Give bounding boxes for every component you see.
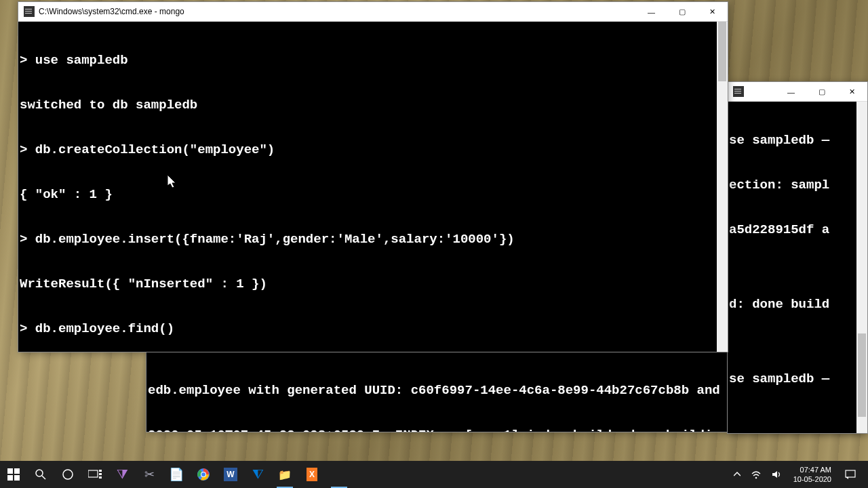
svg-point-16 <box>755 477 757 479</box>
svg-rect-3 <box>14 475 20 481</box>
taskbar-app-word[interactable]: W <box>217 461 244 488</box>
system-tray[interactable]: 07:47 AM 10-05-2020 <box>728 461 868 488</box>
minimize-button[interactable]: — <box>636 2 667 22</box>
terminal-line: switched to db sampledb <box>20 98 728 113</box>
main-window-title: C:\Windows\system32\cmd.exe - mongo <box>39 7 636 16</box>
svg-rect-10 <box>99 476 102 479</box>
taskbar-app-notepad[interactable]: 📄 <box>163 461 190 488</box>
close-button[interactable]: ✕ <box>837 82 867 102</box>
scrollbar[interactable] <box>717 22 728 352</box>
visualstudio-icon: ⧩ <box>117 467 128 483</box>
terminal-line: WriteResult({ "nInserted" : 1 }) <box>20 277 728 291</box>
secondary-terminal-body[interactable]: se sampledb — ection: sampl a5d228915df … <box>728 102 867 433</box>
taskbar-app-visualstudio[interactable]: ⧩ <box>108 461 136 488</box>
maximize-button[interactable]: ▢ <box>806 82 837 102</box>
terminal-line: > db.employee.find() <box>20 321 728 336</box>
clock-date: 10-05-2020 <box>793 474 831 484</box>
task-view-icon <box>88 470 102 479</box>
secondary-window-titlebar[interactable]: — ▢ ✕ <box>728 82 867 102</box>
cmd-icon <box>24 6 35 17</box>
terminal-line: se sampledb — <box>729 371 867 386</box>
task-view-button[interactable] <box>81 461 108 488</box>
scrollbar-thumb[interactable] <box>858 333 866 416</box>
terminal-line: d: done build <box>729 297 867 312</box>
notification-icon <box>845 469 856 480</box>
terminal-line: se sampledb — <box>729 133 867 148</box>
xampp-icon: X <box>307 468 317 481</box>
wifi-icon <box>751 470 761 479</box>
main-terminal-window[interactable]: C:\Windows\system32\cmd.exe - mongo — ▢ … <box>18 1 728 352</box>
svg-rect-1 <box>14 468 20 474</box>
svg-point-4 <box>36 470 43 476</box>
svg-rect-2 <box>7 475 13 481</box>
taskbar-app-cmd[interactable] <box>326 461 353 488</box>
desktop: — ▢ ✕ se sampledb — ection: sampl a5d228… <box>0 0 868 488</box>
taskbar-app-explorer[interactable]: 📁 <box>271 461 298 488</box>
secondary-terminal-window[interactable]: — ▢ ✕ se sampledb — ection: sampl a5d228… <box>727 81 868 434</box>
windows-logo-icon <box>7 468 20 481</box>
terminal-line: > db.employee.insert({fname:'Raj',gender… <box>20 232 728 247</box>
minimize-button[interactable]: — <box>776 82 806 102</box>
taskbar-app-snipping[interactable]: ✂ <box>136 461 163 488</box>
svg-rect-7 <box>88 470 98 477</box>
terminal-line: ection: sampl <box>729 178 867 192</box>
tray-volume[interactable] <box>766 461 787 488</box>
main-window-controls: — ▢ ✕ <box>636 2 728 21</box>
taskbar-app-xampp[interactable]: X <box>298 461 326 488</box>
maximize-button[interactable]: ▢ <box>667 2 697 22</box>
terminal-line: { "ok" : 1 } <box>20 187 728 202</box>
cmd-icon <box>733 86 744 97</box>
main-terminal-body[interactable]: > use sampledb switched to db sampledb >… <box>18 22 728 352</box>
chevron-up-icon <box>734 471 741 478</box>
scrollbar[interactable] <box>856 102 867 433</box>
scrollbar-thumb[interactable] <box>718 22 726 81</box>
notepad-icon: 📄 <box>169 467 184 482</box>
taskbar-clock[interactable]: 07:47 AM 10-05-2020 <box>787 465 838 484</box>
svg-point-6 <box>63 470 73 479</box>
taskbar-app-vscode[interactable]: ⧨ <box>244 461 271 488</box>
taskbar[interactable]: ⧩ ✂ 📄 W ⧨ 📁 <box>0 461 868 488</box>
svg-line-5 <box>42 476 45 479</box>
volume-icon <box>772 470 781 479</box>
terminal-line: a5d228915df a <box>729 222 867 237</box>
word-icon: W <box>224 468 237 481</box>
search-icon <box>35 468 47 481</box>
chrome-icon <box>197 468 210 481</box>
secondary-window-controls: — ▢ ✕ <box>776 82 867 101</box>
svg-point-15 <box>201 472 205 476</box>
tray-chevron-up[interactable] <box>728 461 746 488</box>
snipping-icon: ✂ <box>144 467 155 482</box>
start-button[interactable] <box>0 461 27 488</box>
vscode-icon: ⧨ <box>252 467 264 483</box>
close-button[interactable]: ✕ <box>697 2 728 22</box>
terminal-line: > use sampledb <box>20 53 728 68</box>
tray-network[interactable] <box>746 461 766 488</box>
taskbar-app-chrome[interactable] <box>190 461 217 488</box>
clock-time: 07:47 AM <box>793 465 831 474</box>
svg-rect-0 <box>7 468 13 474</box>
svg-rect-9 <box>99 473 102 475</box>
action-center-button[interactable] <box>838 469 863 480</box>
search-button[interactable] <box>27 461 54 488</box>
terminal-line: > db.createCollection("employee") <box>20 142 728 157</box>
cortana-button[interactable] <box>54 461 81 488</box>
folder-icon: 📁 <box>278 468 292 481</box>
cortana-icon <box>62 468 74 481</box>
svg-rect-17 <box>846 470 855 477</box>
svg-rect-8 <box>99 470 102 472</box>
main-window-titlebar[interactable]: C:\Windows\system32\cmd.exe - mongo — ▢ … <box>18 2 728 22</box>
